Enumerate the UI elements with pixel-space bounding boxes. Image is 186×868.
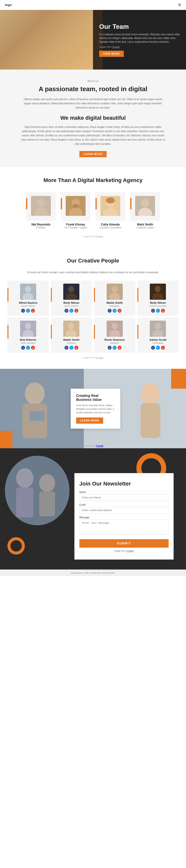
- social-icons-betty2: f t g: [139, 309, 177, 313]
- team-role-frank: Co-Founder + Agent: [61, 226, 90, 229]
- svg-rect-4: [34, 34, 47, 59]
- team-role-celia: Creative Consultant: [96, 226, 125, 229]
- svg-point-22: [141, 198, 149, 207]
- creative-card-betty1: Betty Nilson Senior Partner f t g: [51, 281, 92, 316]
- about-title: A passionate team, rooted in digital: [20, 85, 166, 93]
- creative-name-bob: Bob Roberts: [9, 338, 47, 341]
- menu-icon[interactable]: ≡: [178, 2, 181, 8]
- orange-rect-top: [171, 369, 186, 389]
- svg-point-11: [37, 198, 45, 207]
- svg-point-56: [16, 468, 34, 488]
- svg-point-3: [34, 21, 47, 35]
- avatar-roxie: [107, 321, 123, 337]
- social-icons-roxie: f t g: [96, 346, 134, 350]
- google-icon-adrian[interactable]: g: [161, 346, 165, 350]
- facebook-icon-betty2[interactable]: f: [151, 309, 155, 313]
- creative-role-betty2: Chief Accountant: [139, 305, 177, 307]
- team-freepik-link[interactable]: Freepik: [96, 235, 103, 238]
- social-icons-mattie1: f t g: [96, 309, 134, 313]
- newsletter-freepik-link[interactable]: Freepik: [126, 550, 134, 552]
- avatar-betty2: [150, 284, 166, 300]
- avatar-bob: [20, 321, 36, 337]
- newsletter-bg-circle-bottom: [7, 537, 25, 555]
- social-icons-alfred: f t g: [9, 309, 47, 313]
- google-icon-betty1[interactable]: g: [74, 309, 78, 313]
- view-more-button[interactable]: VIEW MORE: [99, 51, 124, 57]
- team-card-inner-mark: [130, 192, 160, 221]
- social-icons-adrian: f t g: [139, 346, 177, 350]
- team-section: More Than A Digital Marketing Agency Nat…: [0, 167, 186, 248]
- footer: Sample text. Click to select the Text El…: [0, 569, 186, 576]
- avatar-nat: [31, 196, 51, 216]
- twitter-icon-mattie2[interactable]: t: [69, 346, 73, 350]
- business-learn-more-button[interactable]: LEARN MORE: [76, 417, 103, 424]
- creative-card-adrian: Adrian Scold Consultant f t g: [137, 318, 179, 353]
- svg-point-20: [106, 197, 115, 204]
- creative-name-betty1: Betty Nilson: [53, 301, 90, 304]
- social-icons-bob: f t g: [9, 346, 47, 350]
- google-icon-alfred[interactable]: g: [31, 309, 35, 313]
- creative-card-bob: Bob Roberts Sales Manager f t g: [7, 318, 49, 353]
- newsletter-message-textarea[interactable]: [79, 520, 169, 534]
- creative-role-adrian: Consultant: [139, 342, 177, 344]
- facebook-icon-alfred[interactable]: f: [21, 309, 25, 313]
- about-text1: Ultrices integer quis auctor quis ante l…: [20, 97, 166, 110]
- facebook-icon-betty1[interactable]: f: [65, 309, 69, 313]
- twitter-icon-roxie[interactable]: t: [113, 346, 117, 350]
- google-icon-betty2[interactable]: g: [161, 309, 165, 313]
- svg-rect-0: [0, 10, 103, 69]
- twitter-icon-betty2[interactable]: t: [156, 309, 160, 313]
- about-section: About Us A passionate team, rooted in di…: [0, 69, 186, 167]
- newsletter-photo: [5, 456, 69, 525]
- creative-card-roxie: Roxie Swanson Designer f t g: [94, 318, 136, 353]
- team-name-frank: Frank Kinney: [61, 223, 90, 226]
- google-icon-mattie2[interactable]: g: [74, 346, 78, 350]
- svg-point-49: [25, 382, 45, 405]
- team-name-nat: Nat Reynolds: [26, 223, 56, 226]
- avatar-mark: [135, 196, 155, 216]
- creative-section-title: Our Creative People: [7, 257, 179, 264]
- newsletter-submit-button[interactable]: SUBMIT: [79, 539, 169, 548]
- social-icons-betty1: f t g: [53, 309, 90, 313]
- hero-overlay: Our Team Fit ut aliquam purus sit amet l…: [93, 10, 186, 69]
- twitter-icon-betty1[interactable]: t: [69, 309, 73, 313]
- google-icon-bob[interactable]: g: [31, 346, 35, 350]
- google-icon-roxie[interactable]: g: [117, 346, 121, 350]
- facebook-icon-adrian[interactable]: f: [151, 346, 155, 350]
- twitter-icon-alfred[interactable]: t: [26, 309, 30, 313]
- creative-role-bob: Sales Manager: [9, 342, 47, 344]
- logo: logo: [5, 3, 12, 7]
- avatar-frank: [66, 196, 85, 216]
- learn-more-button[interactable]: LEARN MORE: [79, 151, 106, 157]
- orange-rect-bottom: [0, 431, 12, 448]
- creative-card-mattie2: Mattie Smith Designer f t g: [51, 318, 92, 353]
- facebook-icon-mattie1[interactable]: f: [108, 309, 112, 313]
- facebook-icon-mattie2[interactable]: f: [65, 346, 69, 350]
- google-icon-mattie1[interactable]: g: [117, 309, 121, 313]
- twitter-icon-adrian[interactable]: t: [156, 346, 160, 350]
- newsletter-email-input[interactable]: [79, 507, 169, 514]
- twitter-icon-mattie1[interactable]: t: [113, 309, 117, 313]
- svg-rect-55: [5, 456, 69, 525]
- svg-rect-2: [13, 37, 28, 60]
- facebook-icon-roxie[interactable]: f: [108, 346, 112, 350]
- newsletter-name-input[interactable]: [79, 494, 169, 501]
- avatar-celia: [101, 196, 120, 216]
- team-card-inner-frank: [61, 192, 90, 221]
- business-freepik-link[interactable]: Freepik: [96, 444, 103, 447]
- svg-point-37: [25, 323, 31, 329]
- twitter-icon-bob[interactable]: t: [26, 346, 30, 350]
- svg-rect-59: [39, 492, 55, 516]
- freepik-link[interactable]: Freepik: [112, 46, 120, 48]
- facebook-icon-bob[interactable]: f: [21, 346, 25, 350]
- creative-section-desc: Ut enim ad minim veniam, quis nostrud ex…: [7, 270, 179, 275]
- about-label: About Us: [20, 80, 166, 83]
- creative-name-roxie: Roxie Swanson: [96, 338, 134, 341]
- hero-title: Our Team: [99, 23, 180, 31]
- creative-freepik-link[interactable]: Freepik: [96, 356, 103, 359]
- business-card: Creating Real Business Value Amet luctus…: [71, 389, 120, 428]
- hero-photo: [0, 10, 103, 69]
- team-name-celia: Celia Almeda: [96, 223, 125, 226]
- svg-point-16: [73, 204, 79, 208]
- team-role-nat: Founder: [26, 226, 56, 229]
